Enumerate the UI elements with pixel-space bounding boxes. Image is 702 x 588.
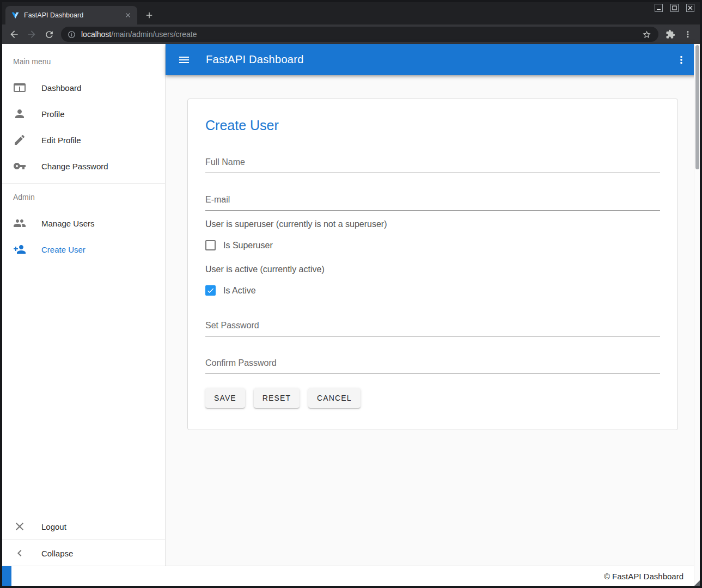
page-main: Main menu Dashboard Profile <box>2 44 700 566</box>
sidebar-item-collapse[interactable]: Collapse <box>2 540 165 566</box>
active-hint: User is active (currently active) <box>205 265 660 274</box>
bookmark-star-icon[interactable] <box>638 27 655 41</box>
sidebar-item-label: Collapse <box>41 549 73 558</box>
footer-accent <box>2 566 11 586</box>
minimize-button[interactable] <box>655 4 663 12</box>
hamburger-menu-icon[interactable] <box>174 50 194 70</box>
page: Main menu Dashboard Profile <box>2 44 700 586</box>
sidebar-header-main-menu: Main menu <box>2 48 165 75</box>
tab-close-icon[interactable] <box>123 10 133 20</box>
sidebar-item-dashboard[interactable]: Dashboard <box>2 75 165 101</box>
forward-icon[interactable] <box>23 26 40 43</box>
superuser-checkbox-row[interactable]: Is Superuser <box>205 240 660 250</box>
window-resize-grip[interactable] <box>694 580 700 586</box>
window-controls <box>655 4 694 12</box>
confirm-password-input[interactable] <box>205 355 660 374</box>
set-password-input[interactable] <box>205 317 660 336</box>
page-scrollbar[interactable] <box>694 44 700 586</box>
sidebar-item-create-user[interactable]: Create User <box>2 236 165 262</box>
close-window-button[interactable] <box>686 4 694 12</box>
sidebar-item-label: Edit Profile <box>41 136 81 145</box>
back-icon[interactable] <box>5 26 23 43</box>
confirm-password-field-wrap <box>205 355 660 374</box>
sidebar-item-label: Create User <box>41 245 86 254</box>
chevron-left-icon <box>13 547 26 560</box>
reset-button[interactable]: RESET <box>254 388 300 408</box>
dashboard-icon <box>13 81 26 94</box>
key-icon <box>13 160 26 173</box>
sidebar-item-label: Logout <box>41 522 66 531</box>
reload-icon[interactable] <box>40 26 58 43</box>
sidebar-item-edit-profile[interactable]: Edit Profile <box>2 127 165 153</box>
sidebar-item-logout[interactable]: Logout <box>2 513 165 540</box>
sidebar: Main menu Dashboard Profile <box>2 44 166 566</box>
sidebar-item-label: Dashboard <box>41 83 81 93</box>
sidebar-item-manage-users[interactable]: Manage Users <box>2 210 165 236</box>
create-user-card: Create User User is superuser (currently… <box>187 99 678 430</box>
vuetify-favicon-icon <box>11 11 20 20</box>
superuser-hint: User is superuser (currently is not a su… <box>205 219 660 229</box>
active-checkbox-label[interactable]: Is Active <box>223 286 256 296</box>
sidebar-bottom: Logout Collapse <box>2 513 165 566</box>
browser-toolbar: localhost/main/admin/users/create <box>2 24 700 44</box>
email-field-wrap <box>205 192 660 211</box>
tab-title: FastAPI Dashboard <box>24 11 119 19</box>
save-button[interactable]: SAVE <box>205 388 245 408</box>
full-name-field-wrap <box>205 154 660 173</box>
url-text: localhost/main/admin/users/create <box>81 30 197 39</box>
superuser-checkbox-label[interactable]: Is Superuser <box>223 241 273 250</box>
site-info-icon[interactable] <box>68 30 76 39</box>
new-tab-button[interactable] <box>142 8 157 23</box>
sidebar-header-admin: Admin <box>2 184 165 210</box>
person-add-icon <box>13 243 26 256</box>
sidebar-item-label: Change Password <box>41 162 108 171</box>
browser-window: FastAPI Dashboard <box>0 0 702 588</box>
set-password-field-wrap <box>205 317 660 336</box>
active-checkbox-row[interactable]: Is Active <box>205 285 660 296</box>
active-checkbox[interactable] <box>205 285 216 296</box>
browser-tab[interactable]: FastAPI Dashboard <box>5 6 137 24</box>
email-input[interactable] <box>205 192 660 211</box>
app-bar: FastAPI Dashboard <box>166 44 700 75</box>
sidebar-item-profile[interactable]: Profile <box>2 101 165 127</box>
appbar-title: FastAPI Dashboard <box>206 53 660 66</box>
address-bar[interactable]: localhost/main/admin/users/create <box>61 27 658 42</box>
sidebar-item-label: Manage Users <box>41 219 95 228</box>
tab-strip: FastAPI Dashboard <box>2 2 700 24</box>
check-icon <box>206 286 215 295</box>
people-icon <box>13 217 26 230</box>
close-icon <box>13 520 26 533</box>
sidebar-item-label: Profile <box>41 109 65 119</box>
maximize-button[interactable] <box>670 4 679 12</box>
footer: © FastAPI Dashboard <box>2 566 700 586</box>
full-name-input[interactable] <box>205 154 660 173</box>
pencil-icon <box>13 133 26 146</box>
main-content: FastAPI Dashboard Create User User is su… <box>166 44 700 566</box>
scrollbar-thumb[interactable] <box>695 45 699 169</box>
sidebar-item-change-password[interactable]: Change Password <box>2 153 165 179</box>
appbar-kebab-menu-icon[interactable] <box>672 50 691 70</box>
url-host: localhost <box>81 30 111 39</box>
superuser-checkbox[interactable] <box>205 240 216 250</box>
cancel-button[interactable]: CANCEL <box>308 388 361 408</box>
page-title: Create User <box>205 118 660 133</box>
url-path: /main/admin/users/create <box>111 30 197 39</box>
extensions-icon[interactable] <box>662 26 679 43</box>
footer-copyright: © FastAPI Dashboard <box>604 572 683 581</box>
form-actions: SAVE RESET CANCEL <box>205 388 660 408</box>
person-icon <box>13 107 26 120</box>
browser-menu-icon[interactable] <box>679 26 697 43</box>
